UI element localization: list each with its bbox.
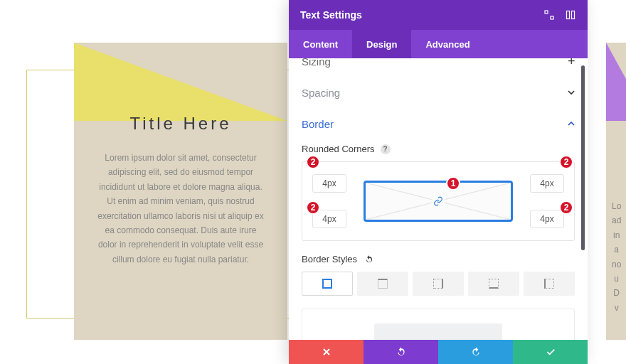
- border-preview-box: [302, 309, 575, 340]
- undo-icon: [396, 346, 407, 358]
- rounded-corners-label-row: Rounded Corners ?: [302, 144, 575, 154]
- border-style-top[interactable]: [357, 272, 408, 296]
- redo-icon: [470, 346, 482, 358]
- settings-panel: Text Settings Content Design Advanced Si…: [289, 0, 588, 364]
- panel-footer: [289, 340, 588, 364]
- annotation-badge-corner-tl: 2: [306, 155, 320, 169]
- corner-top-left-input[interactable]: [312, 174, 346, 193]
- panel-title: Text Settings: [300, 9, 534, 21]
- corner-bottom-right-input[interactable]: [530, 210, 564, 228]
- panel-header: Text Settings: [289, 0, 588, 30]
- card-body: Lorem ipsum dolor sit amet, consectetur …: [95, 151, 266, 267]
- panel-body: Sizing + Spacing Border Rounded Corners …: [289, 58, 588, 340]
- border-preview-inner: [374, 323, 502, 340]
- cancel-button[interactable]: [289, 340, 364, 364]
- tab-advanced[interactable]: Advanced: [411, 30, 484, 58]
- undo-button[interactable]: [364, 340, 438, 364]
- section-label: Sizing: [302, 58, 331, 68]
- annotation-badge-center: 1: [446, 176, 460, 191]
- card-title: Title Here: [95, 114, 266, 134]
- rounded-corners-control: [302, 161, 575, 241]
- snap-icon[interactable]: [565, 9, 576, 21]
- border-style-bottom[interactable]: [468, 272, 519, 296]
- border-style-picker: [302, 272, 575, 296]
- plus-icon: +: [568, 58, 575, 65]
- help-icon[interactable]: ?: [381, 144, 391, 154]
- section-label: Spacing: [302, 87, 340, 99]
- section-spacing[interactable]: Spacing: [302, 77, 575, 108]
- border-style-left[interactable]: [524, 272, 575, 296]
- border-styles-label-row: Border Styles: [302, 254, 575, 264]
- link-values-icon[interactable]: [432, 195, 445, 208]
- svg-rect-2: [567, 11, 570, 19]
- annotation-badge-corner-tr: 2: [559, 155, 573, 169]
- svg-rect-1: [551, 16, 553, 19]
- svg-rect-3: [572, 11, 575, 19]
- annotation-badge-corner-br: 2: [559, 200, 573, 215]
- corner-top-right-input[interactable]: [530, 174, 564, 193]
- preview-card-right-peek: Lo ad in a no u D v: [606, 43, 626, 340]
- section-label: Border: [302, 118, 334, 130]
- expand-icon[interactable]: [543, 9, 555, 21]
- tab-content[interactable]: Content: [289, 30, 352, 58]
- redo-button[interactable]: [438, 340, 513, 364]
- tab-design[interactable]: Design: [352, 30, 411, 58]
- preview-card-left: Title Here Lorem ipsum dolor sit amet, c…: [74, 43, 287, 340]
- chevron-up-icon: [568, 120, 575, 127]
- corner-preview: [364, 181, 513, 222]
- border-style-right[interactable]: [413, 272, 464, 296]
- section-sizing[interactable]: Sizing +: [302, 58, 575, 77]
- annotation-badge-corner-bl: 2: [306, 200, 320, 215]
- rounded-corners-label: Rounded Corners: [302, 144, 375, 154]
- check-icon: [545, 346, 556, 358]
- reset-icon[interactable]: [364, 255, 374, 264]
- close-icon: [322, 347, 331, 357]
- section-border[interactable]: Border: [302, 108, 575, 139]
- panel-tabs: Content Design Advanced: [289, 30, 588, 58]
- card-accent-triangle: [606, 43, 626, 121]
- confirm-button[interactable]: [513, 340, 588, 364]
- card-body-peek: Lo ad in a no u D v: [612, 199, 621, 315]
- svg-rect-0: [545, 11, 548, 14]
- border-style-all[interactable]: [302, 272, 353, 296]
- chevron-down-icon: [568, 89, 575, 96]
- card-accent-triangle: [74, 43, 287, 121]
- border-styles-label: Border Styles: [302, 254, 357, 264]
